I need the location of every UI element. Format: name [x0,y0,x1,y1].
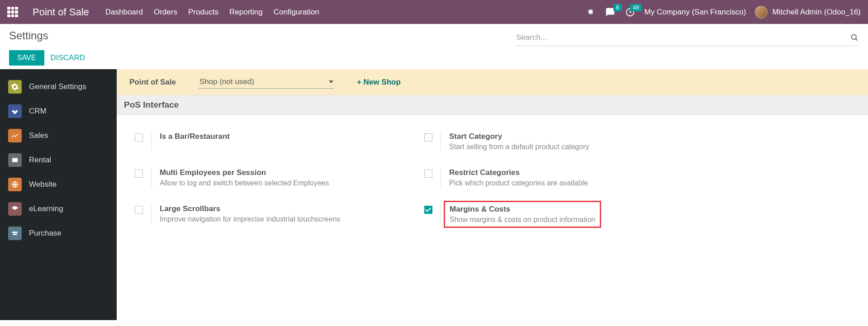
control-panel: Settings SAVE DISCARD [0,24,868,69]
divider [151,168,152,187]
pos-select[interactable]: Shop (not used) [199,76,334,89]
sidebar-item-label: eLearning [29,204,63,213]
new-shop-button[interactable]: + New Shop [357,78,401,87]
sidebar-item-general[interactable]: General Settings [0,75,117,99]
chart-icon [8,129,22,142]
nav-dashboard[interactable]: Dashboard [105,8,143,17]
sidebar-item-label: Website [29,180,57,189]
activities-badge: 49 [630,4,641,11]
divider [441,204,441,224]
avatar [755,6,768,19]
setting-margins-costs: Margins & Costs Show margins & costs on … [424,204,696,224]
setting-title: Start Category [449,132,589,141]
svg-line-2 [856,39,858,41]
key-icon [8,153,22,167]
setting-title: Is a Bar/Restaurant [160,132,230,141]
top-navbar: Point of Sale Dashboard Orders Products … [0,0,868,24]
pos-label: Point of Sale [129,78,176,87]
nav-reporting[interactable]: Reporting [229,8,263,17]
gear-icon [8,80,22,94]
globe-icon [8,178,22,191]
debug-icon[interactable] [585,7,596,18]
cart-icon [8,227,22,240]
apps-icon[interactable] [7,7,18,18]
pos-selected: Shop (not used) [199,77,254,86]
save-button[interactable]: SAVE [9,50,44,66]
discard-button[interactable]: DISCARD [51,53,85,62]
sidebar-item-label: Rental [29,156,51,165]
nav-configuration[interactable]: Configuration [274,8,319,17]
divider [151,204,152,224]
sidebar-item-website[interactable]: Website [0,172,117,197]
sidebar-item-label: General Settings [29,82,86,91]
section-header: PoS Interface [117,95,868,115]
divider [441,132,441,151]
setting-desc: Allow to log and switch between selected… [160,179,329,187]
setting-title: Multi Employees per Session [160,168,329,177]
highlight-box: Margins & Costs Show margins & costs on … [444,201,601,228]
app-title[interactable]: Point of Sale [33,6,89,18]
messages-icon[interactable]: 6 [605,7,616,18]
setting-desc: Start selling from a default product cat… [449,143,589,151]
sidebar-item-rental[interactable]: Rental [0,148,117,172]
search-box[interactable] [515,31,859,46]
search-input[interactable] [515,31,850,44]
checkbox-large-scrollbars[interactable] [135,206,143,214]
sidebar-item-crm[interactable]: CRM [0,99,117,123]
page-title: Settings [9,29,85,42]
checkbox-margins-costs[interactable] [424,206,432,214]
svg-rect-3 [12,158,18,162]
company-switcher[interactable]: My Company (San Francisco) [645,8,746,17]
user-menu[interactable]: Mitchell Admin (Odoo_16) [755,6,861,19]
divider [151,132,152,151]
svg-point-1 [851,34,856,39]
setting-multi-employees: Multi Employees per Session Allow to log… [135,168,406,187]
user-name: Mitchell Admin (Odoo_16) [772,8,861,17]
activities-icon[interactable]: 49 [625,7,636,18]
setting-start-category: Start Category Start selling from a defa… [424,132,696,151]
sidebar-item-label: Sales [29,131,48,140]
setting-desc: Show margins & costs on product informat… [450,216,595,224]
setting-title: Restrict Categories [449,168,588,177]
search-icon[interactable] [850,33,859,42]
pos-selection-bar: Point of Sale Shop (not used) + New Shop [117,69,868,95]
svg-rect-5 [12,232,18,233]
setting-large-scrollbars: Large Scrollbars Improve navigation for … [135,204,406,224]
sidebar-item-label: Purchase [29,229,62,238]
handshake-icon [8,104,22,118]
sidebar-item-sales[interactable]: Sales [0,123,117,148]
setting-title: Margins & Costs [450,205,595,214]
messages-badge: 6 [613,4,622,11]
sidebar-item-purchase[interactable]: Purchase [0,221,117,246]
sidebar-item-label: CRM [29,107,47,116]
checkbox-bar-restaurant[interactable] [135,133,143,142]
setting-desc: Improve navigation for imprecise industr… [160,215,340,223]
checkbox-restrict-categories[interactable] [424,170,432,178]
sidebar-item-elearning[interactable]: eLearning [0,197,117,221]
chevron-down-icon [329,80,333,83]
checkbox-multi-employees[interactable] [135,170,143,178]
graduation-icon [8,202,22,216]
setting-desc: Pick which product categories are availa… [449,179,588,187]
setting-restrict-categories: Restrict Categories Pick which product c… [424,168,696,187]
setting-bar-restaurant: Is a Bar/Restaurant [135,132,406,151]
settings-sidebar: General Settings CRM Sales Rental Websit… [0,69,117,320]
divider [441,168,441,187]
nav-orders[interactable]: Orders [154,8,177,17]
checkbox-start-category[interactable] [424,133,432,142]
svg-rect-6 [13,234,17,235]
setting-title: Large Scrollbars [160,204,340,213]
nav-products[interactable]: Products [188,8,218,17]
